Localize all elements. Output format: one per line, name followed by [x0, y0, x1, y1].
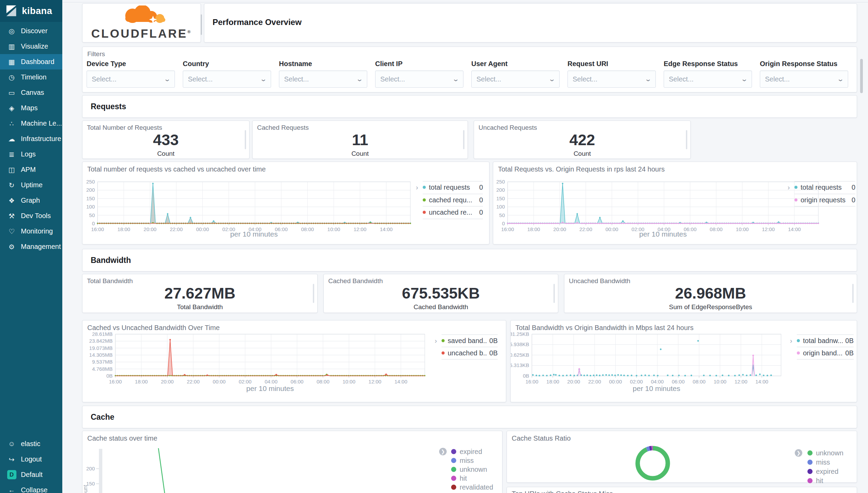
bandwidth-vs-origin-plot[interactable]: 0B195.313KB390.625KB585.938KB781.25KB16:… [511, 320, 857, 402]
sidebar-item-dashboard[interactable]: ▦Dashboard [0, 54, 62, 69]
filter-select-hostname[interactable]: Select... ⌄ [279, 71, 367, 88]
legend-item-expired[interactable]: expired [451, 448, 482, 456]
filter-select-origin-response-status[interactable]: Select... ⌄ [760, 71, 848, 88]
legend-separator [794, 181, 855, 181]
legend-item-hit[interactable]: hit [807, 477, 823, 485]
sidebar-item-timelion[interactable]: ◷Timelion [0, 69, 62, 85]
select-placeholder: Select... [669, 75, 693, 83]
legend-value: 0 [852, 184, 855, 191]
logs-icon: ≣ [7, 150, 17, 159]
panel-resize-handle[interactable] [463, 130, 464, 149]
legend-item-expired[interactable]: expired [807, 468, 839, 476]
panel-resize-handle[interactable] [313, 284, 314, 303]
sidebar-item-dev-tools[interactable]: ⚒Dev Tools [0, 208, 62, 224]
legend-item-miss[interactable]: miss [451, 457, 474, 465]
sidebar-item-machine-le[interactable]: ∴Machine Le... [0, 116, 62, 131]
panel-resize-handle[interactable] [553, 284, 555, 303]
bandwidth-section-header: Bandwidth [82, 249, 857, 271]
sidebar-item-maps[interactable]: ◈Maps [0, 100, 62, 116]
svg-text:250: 250 [86, 179, 95, 185]
legend-label: uncached b... [448, 349, 487, 357]
svg-text:per 10 minutes: per 10 minutes [246, 384, 294, 392]
sidebar-item-default[interactable]: DDefault [0, 467, 62, 482]
legend-item-unknown[interactable]: unknown [807, 449, 843, 457]
svg-text:10:00: 10:00 [327, 226, 340, 232]
legend-label: saved band... [448, 337, 487, 345]
cloudflare-wordmark: CLOUDFLARE® [91, 27, 192, 40]
sidebar-item-infrastructure[interactable]: ☁Infrastructure [0, 131, 62, 147]
panel-resize-handle[interactable] [852, 284, 854, 303]
filter-group-edge-response-status: Edge Response Status Select... ⌄ [664, 60, 752, 88]
svg-text:10:00: 10:00 [714, 379, 727, 384]
filter-select-edge-response-status[interactable]: Select... ⌄ [664, 71, 752, 88]
cache-status-ratio-plot[interactable] [507, 431, 857, 482]
sidebar-item-canvas[interactable]: ▭Canvas [0, 85, 62, 100]
filter-select-request-uri[interactable]: Select... ⌄ [567, 71, 656, 88]
sidebar-item-management[interactable]: ⚙Management [0, 239, 62, 254]
legend-item-uncached-re[interactable]: uncached re... 0 [423, 208, 483, 216]
legend-item-miss[interactable]: miss [807, 458, 830, 466]
filter-select-device-type[interactable]: Select... ⌄ [87, 71, 175, 88]
sidebar-item-logs[interactable]: ≣Logs [0, 147, 62, 162]
sidebar-item-elastic[interactable]: ☺elastic [0, 436, 62, 452]
legend-item-origin-requests[interactable]: origin requests 0 [794, 196, 855, 204]
legend-collapse-icon[interactable]: ❯ [439, 448, 447, 455]
svg-text:18:00: 18:00 [546, 379, 559, 384]
svg-text:0: 0 [502, 220, 505, 226]
cache-status-over-time-plot[interactable]: Count200150 [82, 431, 502, 493]
legend-collapse-icon[interactable]: › [790, 337, 792, 345]
legend-item-origin-band[interactable]: origin band... 0B [797, 349, 854, 357]
filter-select-user-agent[interactable]: Select... ⌄ [471, 71, 560, 88]
legend-separator [797, 347, 854, 347]
legend-item-cached-requ[interactable]: cached requ... 0 [423, 196, 483, 204]
legend-item-total-requests[interactable]: total requests 0 [423, 184, 483, 191]
sidebar-item-visualize[interactable]: ▥Visualize [0, 39, 62, 54]
sidebar-item-uptime[interactable]: ↻Uptime [0, 177, 62, 193]
vertical-scrollbar[interactable] [860, 59, 863, 93]
sidebar-item-collapse[interactable]: ←Collapse [0, 482, 62, 493]
legend-collapse-icon[interactable]: ❯ [795, 449, 802, 457]
svg-text:22:00: 22:00 [579, 226, 592, 232]
sidebar-item-logout[interactable]: ↪Logout [0, 452, 62, 467]
sidebar-item-monitoring[interactable]: ♡Monitoring [0, 224, 62, 239]
sidebar-item-graph[interactable]: ❖Graph [0, 193, 62, 208]
sidebar-item-discover[interactable]: ◎Discover [0, 23, 62, 39]
legend-item-unknown[interactable]: unknown [451, 466, 487, 473]
filter-label: User Agent [471, 60, 560, 68]
svg-text:14.305MB: 14.305MB [89, 352, 113, 358]
legend-collapse-icon[interactable]: › [416, 184, 418, 191]
sidebar-item-label: Maps [21, 104, 38, 112]
legend-item-total-requests[interactable]: total requests 0 [794, 184, 855, 191]
section-title-cache: Cache [91, 413, 114, 422]
chevron-down-icon: ⌄ [837, 75, 844, 83]
filter-label: Client IP [375, 60, 463, 68]
cloudflare-logo-panel: CLOUDFLARE® [82, 3, 201, 42]
kibana-logo[interactable]: kibana [0, 0, 62, 22]
legend-item-total-badnw[interactable]: total badnw... 0B [797, 337, 854, 345]
cached-vs-uncached-bandwidth-plot[interactable]: 0B4.768MB9.537MB14.305MB19.073MB23.842MB… [82, 320, 506, 402]
metric-value: 27.627MB [82, 285, 317, 302]
svg-text:20:00: 20:00 [567, 379, 580, 384]
filter-select-country[interactable]: Select... ⌄ [183, 71, 271, 88]
filter-select-client-ip[interactable]: Select... ⌄ [375, 71, 463, 88]
legend-item-revalidated[interactable]: revalidated [451, 483, 493, 491]
legend-label: expired [460, 448, 482, 456]
legend-label: hit [816, 477, 823, 485]
legend-collapse-icon[interactable]: › [435, 337, 437, 345]
wrench-icon: ⚒ [7, 212, 17, 220]
panel-resize-handle[interactable] [686, 130, 687, 149]
sidebar-item-apm[interactable]: ◫APM [0, 162, 62, 177]
legend-separator [794, 194, 855, 194]
legend-item-hit[interactable]: hit [451, 475, 467, 482]
metric-cached-requests: Cached Requests 11 Count [252, 121, 468, 159]
legend-collapse-icon[interactable]: › [788, 184, 790, 191]
panel-resize-handle[interactable] [245, 130, 246, 149]
legend-dot-icon [807, 460, 813, 465]
legend-separator [423, 219, 483, 219]
legend-item-saved-band[interactable]: saved band... 0B [442, 337, 498, 345]
chart-requests-vs-origin: Total Requests vs. Origin Requests in rp… [493, 162, 857, 244]
legend-item-uncached-b[interactable]: uncached b... 0B [442, 349, 498, 357]
legend-dot-icon [423, 211, 426, 214]
panel-resize-handle[interactable] [201, 14, 202, 35]
filter-group-request-uri: Request URI Select... ⌄ [567, 60, 656, 88]
